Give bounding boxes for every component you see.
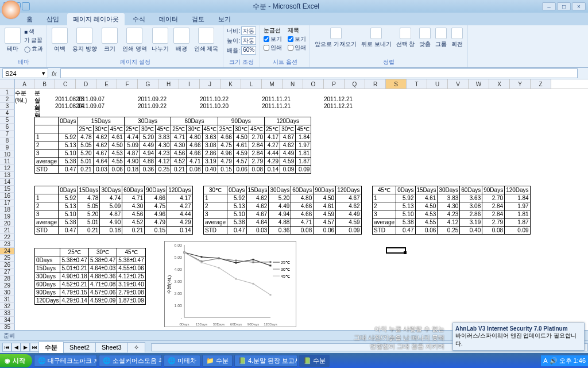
- row-header[interactable]: 3: [0, 103, 15, 110]
- row-header[interactable]: 12: [0, 165, 15, 172]
- row-header[interactable]: 22: [0, 234, 15, 241]
- tab-review[interactable]: 검토: [186, 13, 210, 25]
- theme-button[interactable]: 테마: [3, 26, 22, 54]
- fx-icon[interactable]: fx: [52, 70, 57, 77]
- maximize-button[interactable]: □: [557, 2, 571, 10]
- row-header[interactable]: 33: [0, 310, 15, 317]
- tab-view[interactable]: 보기: [212, 13, 237, 25]
- row-header[interactable]: 25: [0, 255, 15, 262]
- col-header[interactable]: S: [386, 79, 407, 89]
- row-header[interactable]: 29: [0, 282, 15, 289]
- taskbar-item[interactable]: 🌐 미테차: [164, 355, 200, 367]
- sheet-nav-last[interactable]: ⏭: [30, 343, 39, 352]
- row-header[interactable]: 13: [0, 172, 15, 179]
- spreadsheet-grid[interactable]: ABCDEFGHIJKLMNOPQRSTUVWXYZ 수분(%L)분말된장실제날…: [0, 79, 588, 340]
- col-header[interactable]: T: [407, 79, 427, 89]
- row-header[interactable]: 28: [0, 275, 15, 282]
- tab-home[interactable]: 홈: [21, 13, 38, 25]
- row-header[interactable]: 31: [0, 296, 15, 303]
- col-header[interactable]: C: [55, 79, 76, 89]
- row-header[interactable]: 34: [0, 317, 15, 324]
- taskbar-item[interactable]: 🌐 소셜커머스모음 쿠...: [99, 355, 162, 367]
- row-header[interactable]: 26: [0, 262, 15, 269]
- row-header[interactable]: 5: [0, 117, 15, 124]
- align-button[interactable]: 맞춤: [418, 26, 432, 49]
- tray-icon[interactable]: A: [543, 357, 547, 364]
- col-header[interactable]: J: [200, 79, 220, 89]
- row-header[interactable]: 17: [0, 200, 15, 206]
- col-header[interactable]: X: [489, 79, 510, 89]
- sheet-nav-next[interactable]: ▶: [21, 343, 30, 352]
- row-header[interactable]: 20: [0, 220, 15, 227]
- row-header[interactable]: 30: [0, 289, 15, 296]
- line-chart[interactable]: -1.002.003.004.005.006.000Days15Days30Da…: [164, 241, 296, 327]
- active-cell[interactable]: [386, 247, 406, 254]
- height-select[interactable]: 자동: [241, 36, 256, 45]
- col-header[interactable]: R: [365, 79, 386, 89]
- minimize-button[interactable]: –: [542, 2, 556, 10]
- sheet-nav-first[interactable]: ⏮: [2, 343, 11, 352]
- col-header[interactable]: G: [138, 79, 158, 89]
- sheet-tab-new[interactable]: ✧: [127, 342, 145, 352]
- taskbar-item[interactable]: 📗 수분: [299, 355, 330, 367]
- printarea-button[interactable]: 인쇄 영역: [121, 26, 148, 54]
- col-header[interactable]: A: [15, 79, 34, 89]
- theme-colors[interactable]: ■ 색: [24, 28, 43, 36]
- selectionpane-button[interactable]: 선택 창: [395, 26, 416, 49]
- tab-insert[interactable]: 삽입: [41, 13, 65, 25]
- start-button[interactable]: ◉ 시작: [0, 354, 32, 367]
- breaks-button[interactable]: 나누기: [150, 26, 170, 54]
- col-header[interactable]: O: [303, 79, 324, 89]
- tab-formula[interactable]: 수식: [127, 13, 151, 25]
- sheet-tab-3[interactable]: Sheet3: [95, 342, 128, 352]
- sendback-button[interactable]: 뒤로 보내기: [360, 26, 393, 49]
- col-header[interactable]: Z: [531, 79, 551, 89]
- tray-icon[interactable]: 🔊: [550, 357, 558, 365]
- printtitles-button[interactable]: 인쇄 제목: [193, 26, 220, 54]
- qat-redo-icon[interactable]: [22, 2, 30, 10]
- rotate-button[interactable]: 회전: [450, 26, 464, 49]
- col-header[interactable]: Q: [345, 79, 365, 89]
- sheet-tab-1[interactable]: 수분: [38, 342, 64, 353]
- col-header[interactable]: N: [283, 79, 303, 89]
- formula-input[interactable]: [60, 68, 578, 78]
- system-tray[interactable]: A 🔊 오후 1:46: [541, 355, 588, 366]
- col-header[interactable]: H: [158, 79, 179, 89]
- row-header[interactable]: 21: [0, 227, 15, 234]
- bringforward-button[interactable]: 앞으로 가져오기: [314, 26, 358, 49]
- row-header[interactable]: 4: [0, 110, 15, 117]
- col-header[interactable]: F: [117, 79, 138, 89]
- row-header[interactable]: 32: [0, 303, 15, 310]
- row-header[interactable]: 19: [0, 213, 15, 220]
- col-header[interactable]: Y: [510, 79, 531, 89]
- row-header[interactable]: 18: [0, 206, 15, 213]
- col-header[interactable]: E: [96, 79, 117, 89]
- col-header[interactable]: V: [448, 79, 469, 89]
- col-header[interactable]: D: [76, 79, 96, 89]
- col-header[interactable]: U: [427, 79, 448, 89]
- sheet-nav-prev[interactable]: ◀: [11, 343, 21, 352]
- gridlines-print-check[interactable]: 인쇄: [264, 44, 282, 52]
- width-select[interactable]: 자동: [241, 26, 256, 35]
- row-header[interactable]: 23: [0, 241, 15, 248]
- taskbar-item[interactable]: 🌐 대구테크노파크 지...: [34, 355, 97, 367]
- tab-data[interactable]: 데이터: [153, 13, 184, 25]
- col-header[interactable]: L: [241, 79, 262, 89]
- headings-view-check[interactable]: 보기: [288, 35, 306, 43]
- row-header[interactable]: 16: [0, 193, 15, 200]
- row-header[interactable]: 7: [0, 131, 15, 137]
- orientation-button[interactable]: 용지 방향: [71, 26, 98, 54]
- close-button[interactable]: ×: [572, 2, 586, 10]
- size-button[interactable]: 크기: [100, 26, 119, 54]
- col-header[interactable]: M: [262, 79, 283, 89]
- row-header[interactable]: 27: [0, 269, 15, 275]
- theme-fonts[interactable]: 가 글꼴: [24, 36, 43, 44]
- taskbar-item[interactable]: 📁 수분: [202, 355, 233, 367]
- col-header[interactable]: I: [179, 79, 200, 89]
- col-header[interactable]: B: [34, 79, 55, 89]
- headings-print-check[interactable]: 인쇄: [288, 44, 306, 52]
- name-box[interactable]: S24▾: [2, 68, 48, 78]
- scale-select[interactable]: 60%: [241, 46, 256, 55]
- row-header[interactable]: 2: [0, 96, 15, 103]
- row-header[interactable]: 14: [0, 179, 15, 186]
